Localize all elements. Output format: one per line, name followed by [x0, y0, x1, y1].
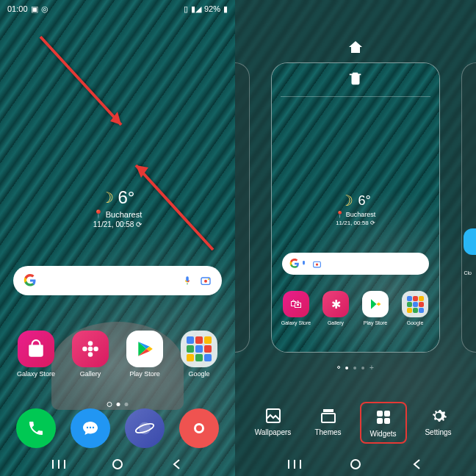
weather-widget: ☽6° 📍Bucharest 11/21, 00:58 ⟳ — [336, 192, 376, 226]
app-galaxy-store[interactable]: Galaxy Store — [12, 331, 60, 378]
pin-icon: 📍 — [336, 211, 344, 218]
svg-rect-16 — [58, 460, 60, 469]
pin-icon: 📍 — [93, 209, 104, 219]
dock-camera[interactable] — [176, 408, 223, 448]
annotation-arrow — [125, 154, 220, 260]
svg-point-18 — [113, 460, 122, 469]
svg-point-9 — [90, 427, 91, 428]
edit-toolbar: Wallpapers Themes Widgets Settings — [235, 402, 476, 444]
home-dot — [107, 402, 112, 407]
svg-rect-27 — [323, 409, 333, 412]
dot — [125, 403, 129, 406]
svg-point-6 — [82, 347, 87, 352]
picture-icon: ▣ — [31, 4, 38, 14]
wallpaper-icon — [264, 406, 283, 425]
dock — [0, 408, 235, 448]
app-gallery[interactable]: Gallery — [67, 331, 114, 378]
svg-point-36 — [351, 460, 360, 469]
folder-grid-icon — [187, 336, 212, 361]
folder-icon — [402, 291, 428, 317]
svg-point-14 — [196, 425, 202, 431]
dot — [361, 367, 364, 369]
svg-rect-28 — [322, 414, 335, 422]
preview-page-left[interactable] — [235, 62, 250, 353]
app-play-store[interactable]: Play Store — [121, 331, 168, 378]
svg-rect-34 — [294, 460, 295, 469]
nav-back[interactable] — [169, 457, 184, 472]
trash-icon[interactable] — [347, 70, 364, 86]
svg-line-19 — [40, 37, 121, 125]
svg-point-7 — [93, 347, 98, 352]
tool-wallpapers[interactable]: Wallpapers — [250, 402, 297, 444]
home-dot — [337, 366, 340, 369]
moon-icon: ☽ — [340, 192, 353, 209]
dock-messages[interactable] — [67, 408, 114, 448]
nav-recent[interactable] — [287, 457, 302, 472]
svg-point-10 — [93, 427, 94, 428]
home-page-preview[interactable]: ☽6° 📍Bucharest 11/21, 00:58 ⟳ 🛍Galaxy St… — [271, 62, 440, 353]
battery-text: 92% — [204, 4, 220, 13]
dot-active — [345, 367, 348, 369]
battery-icon: ▮ — [223, 4, 228, 14]
nav-back[interactable] — [409, 457, 424, 472]
target-icon: ◎ — [41, 4, 48, 14]
play-icon — [362, 291, 389, 317]
annotation-arrow — [33, 29, 143, 150]
flower-icon: ✱ — [322, 291, 349, 317]
svg-line-21 — [136, 165, 213, 250]
svg-rect-32 — [384, 418, 390, 424]
app-row: 🛍Galaxy Store ✱Gallery Play Store Google — [272, 291, 439, 325]
tool-widgets[interactable]: Widgets — [360, 402, 407, 444]
phone-icon — [27, 419, 45, 437]
svg-rect-17 — [64, 460, 65, 469]
add-page-icon[interactable]: + — [369, 364, 374, 372]
dock-internet[interactable] — [121, 408, 168, 448]
status-time: 01:00 — [7, 4, 28, 13]
page-indicator[interactable] — [107, 403, 129, 407]
themes-icon — [319, 406, 338, 425]
status-bar: 01:00 ▣ ◎ ▯ ▮◢ 92% ▮ — [0, 0, 235, 18]
dot-active — [117, 403, 120, 406]
app-google-folder[interactable]: Google — [176, 331, 223, 378]
mic-icon[interactable] — [182, 275, 192, 286]
play-icon — [135, 339, 154, 358]
svg-point-4 — [88, 341, 93, 346]
tool-themes[interactable]: Themes — [305, 402, 352, 444]
message-icon — [82, 419, 99, 437]
widgets-icon — [374, 408, 393, 427]
lens-icon[interactable] — [200, 275, 212, 286]
svg-rect-35 — [300, 460, 301, 469]
google-search-bar — [282, 253, 429, 275]
signal-icon: ▮◢ — [191, 4, 201, 14]
vibrate-icon: ▯ — [184, 4, 188, 14]
app-label: Play Store — [129, 370, 160, 378]
google-search-bar[interactable] — [13, 266, 222, 295]
flower-icon — [81, 339, 100, 358]
nav-home[interactable] — [348, 457, 363, 472]
bag-icon — [26, 339, 46, 358]
svg-point-3 — [88, 347, 93, 352]
mic-icon — [300, 260, 308, 268]
svg-rect-29 — [377, 411, 383, 416]
dock-phone[interactable] — [12, 408, 60, 448]
nav-home[interactable] — [110, 457, 125, 472]
home-screen-normal: 01:00 ▣ ◎ ▯ ▮◢ 92% ▮ ☽ 6° 📍 Bucharest 11… — [0, 0, 235, 476]
svg-point-1 — [204, 280, 207, 283]
app-label: Google — [188, 370, 209, 378]
dot — [353, 367, 356, 369]
lens-icon — [312, 259, 322, 269]
moon-icon: ☽ — [101, 189, 114, 206]
gear-icon — [429, 406, 448, 425]
app-label: Gallery — [80, 370, 101, 378]
svg-rect-15 — [52, 460, 54, 469]
camera-icon — [190, 419, 208, 437]
home-indicator-icon[interactable] — [348, 40, 363, 57]
bag-icon: 🛍 — [283, 291, 309, 317]
svg-point-8 — [87, 427, 88, 428]
preview-page-right[interactable] — [461, 62, 476, 353]
svg-point-2 — [208, 278, 209, 280]
home-screen-edit-mode: Clo ☽6° 📍Bucharest 11/21, 00:58 ⟳ 🛍Galax… — [235, 0, 476, 476]
nav-recent[interactable] — [51, 457, 66, 472]
tool-settings[interactable]: Settings — [415, 402, 462, 444]
svg-point-25 — [316, 263, 318, 265]
